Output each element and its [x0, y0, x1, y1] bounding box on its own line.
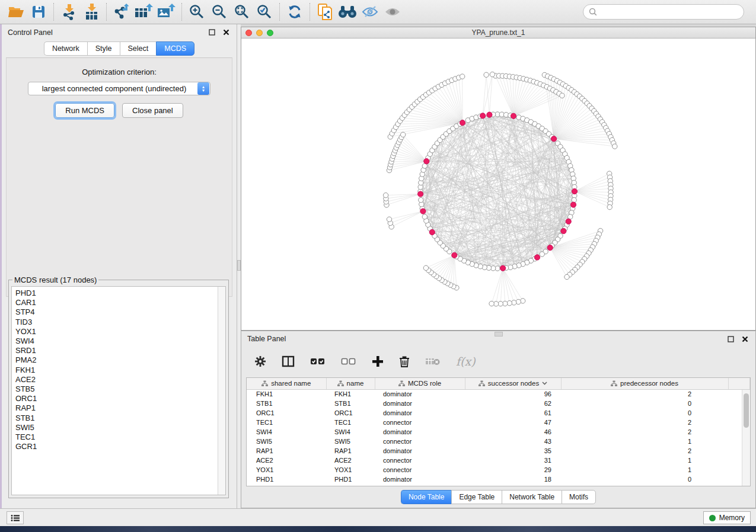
select-all-icon[interactable] — [310, 357, 326, 366]
table-scrollbar[interactable] — [742, 390, 750, 486]
table-row[interactable]: PHD1PHD1dominator180 — [247, 475, 750, 484]
table-row[interactable]: TEC1TEC1connector472 — [247, 418, 750, 427]
search-network-icon[interactable] — [337, 2, 358, 22]
mcds-hub-node[interactable] — [561, 228, 566, 233]
cell-shared-name[interactable]: RAP1 — [247, 446, 326, 456]
zoom-selected-icon[interactable] — [254, 2, 275, 22]
network-canvas[interactable] — [241, 39, 755, 330]
tab-network[interactable]: Network — [44, 41, 87, 56]
table-scrollbar-thumb[interactable] — [744, 393, 749, 428]
cell-MCDS-role[interactable]: dominator — [375, 427, 465, 437]
cell-shared-name[interactable]: ACE2 — [247, 456, 326, 465]
network-file-icon[interactable] — [315, 2, 335, 22]
satellite-node[interactable] — [423, 265, 428, 270]
satellite-node[interactable] — [490, 72, 495, 76]
cell-MCDS-role[interactable]: dominator — [375, 389, 465, 399]
mcds-hub-node[interactable] — [551, 136, 557, 142]
import-network-icon[interactable] — [59, 2, 79, 22]
cell-successor-nodes[interactable]: 31 — [465, 456, 561, 465]
cell-predecessor-nodes[interactable]: 0 — [561, 408, 728, 418]
cell-predecessor-nodes[interactable]: 0 — [561, 399, 728, 408]
network-node[interactable] — [419, 197, 423, 202]
mcds-hub-node[interactable] — [500, 265, 506, 271]
satellite-node[interactable] — [401, 132, 406, 137]
deselect-all-icon[interactable] — [341, 357, 356, 366]
result-node-item[interactable]: PHD1 — [15, 289, 225, 298]
cell-predecessor-nodes[interactable]: 1 — [561, 456, 728, 465]
mcds-result-list[interactable]: PHD1CAR1STP4TID3YOX1SWI4SRD1PMA2FKH1ACE2… — [11, 286, 226, 495]
cell-MCDS-role[interactable]: dominator — [375, 446, 465, 456]
float-table-panel-icon[interactable] — [726, 334, 735, 344]
result-node-item[interactable]: ACE2 — [15, 375, 225, 384]
cell-MCDS-role[interactable]: connector — [375, 418, 465, 427]
search-field[interactable] — [583, 4, 744, 20]
refresh-icon[interactable] — [285, 2, 305, 22]
cell-shared-name[interactable]: SWI5 — [247, 437, 326, 446]
cell-name[interactable]: FKH1 — [326, 389, 375, 399]
tab-edge-table[interactable]: Edge Table — [451, 490, 502, 504]
cell-successor-nodes[interactable]: 18 — [465, 475, 561, 484]
tab-node-table[interactable]: Node Table — [401, 490, 452, 504]
result-node-item[interactable]: CAR1 — [15, 298, 225, 307]
zoom-fit-icon[interactable] — [232, 2, 252, 22]
cell-successor-nodes[interactable]: 47 — [465, 418, 561, 427]
satellite-node[interactable] — [460, 74, 465, 79]
table-row[interactable]: RAP1RAP1dominator352 — [247, 446, 750, 456]
cell-MCDS-role[interactable]: dominator — [375, 475, 465, 484]
add-column-icon[interactable] — [372, 355, 384, 367]
network-node[interactable] — [422, 214, 427, 219]
export-table-icon[interactable] — [134, 2, 154, 22]
cell-successor-nodes[interactable]: 61 — [465, 408, 561, 418]
column-header-name[interactable]: name — [326, 378, 375, 389]
cell-name[interactable]: YOX1 — [326, 465, 375, 475]
cell-name[interactable]: PHD1 — [326, 475, 375, 484]
result-node-item[interactable]: SWI4 — [15, 336, 225, 346]
cell-name[interactable]: STB1 — [326, 399, 375, 408]
mcds-hub-node[interactable] — [487, 112, 492, 117]
mcds-hub-node[interactable] — [460, 120, 465, 126]
cell-shared-name[interactable]: SWI4 — [247, 427, 326, 437]
satellite-node[interactable] — [607, 204, 612, 209]
cell-successor-nodes[interactable]: 29 — [465, 465, 561, 475]
satellite-node[interactable] — [613, 144, 617, 149]
cell-predecessor-nodes[interactable]: 1 — [561, 437, 728, 446]
save-session-icon[interactable] — [28, 2, 49, 22]
network-window-titlebar[interactable]: YPA_prune.txt_1 — [241, 27, 755, 39]
column-header-MCDS-role[interactable]: MCDS role — [375, 378, 465, 389]
table-row[interactable]: YOX1YOX1connector291 — [247, 465, 750, 475]
satellite-node[interactable] — [387, 217, 391, 222]
result-node-item[interactable]: YOX1 — [15, 327, 225, 336]
cell-predecessor-nodes[interactable]: 1 — [561, 465, 728, 475]
cell-name[interactable]: ACE2 — [326, 456, 375, 465]
float-panel-icon[interactable] — [207, 28, 216, 37]
zoom-in-icon[interactable] — [187, 2, 207, 22]
cell-shared-name[interactable]: ORC1 — [247, 408, 326, 418]
result-node-item[interactable]: STB5 — [15, 384, 225, 394]
zoom-out-icon[interactable] — [209, 2, 229, 22]
mcds-hub-node[interactable] — [511, 113, 516, 118]
export-image-icon[interactable] — [157, 2, 177, 22]
result-node-item[interactable]: SWI5 — [15, 423, 225, 432]
task-history-button[interactable] — [7, 511, 24, 524]
cell-shared-name[interactable]: FKH1 — [247, 389, 326, 399]
result-node-item[interactable]: FKH1 — [15, 366, 225, 375]
export-network-icon[interactable] — [111, 2, 132, 22]
column-header-successor-nodes[interactable]: successor nodes — [465, 378, 561, 389]
cell-shared-name[interactable]: YOX1 — [247, 465, 326, 475]
result-node-item[interactable]: TEC1 — [15, 432, 225, 442]
mcds-hub-node[interactable] — [570, 202, 576, 207]
mcds-hub-node[interactable] — [418, 191, 423, 197]
result-list-scrollbar[interactable] — [218, 287, 225, 495]
tab-mcds[interactable]: MCDS — [156, 41, 194, 56]
cell-successor-nodes[interactable]: 96 — [465, 389, 561, 399]
mcds-hub-node[interactable] — [424, 159, 429, 164]
horizontal-splitter-handle[interactable] — [495, 332, 503, 336]
mcds-hub-node[interactable] — [480, 113, 486, 118]
cell-successor-nodes[interactable]: 46 — [465, 427, 561, 437]
cell-shared-name[interactable]: PHD1 — [247, 475, 326, 484]
satellite-node[interactable] — [516, 299, 521, 304]
cell-successor-nodes[interactable]: 62 — [465, 399, 561, 408]
satellite-node[interactable] — [484, 72, 489, 77]
cell-MCDS-role[interactable]: connector — [375, 437, 465, 446]
memory-button[interactable]: Memory — [703, 511, 751, 524]
